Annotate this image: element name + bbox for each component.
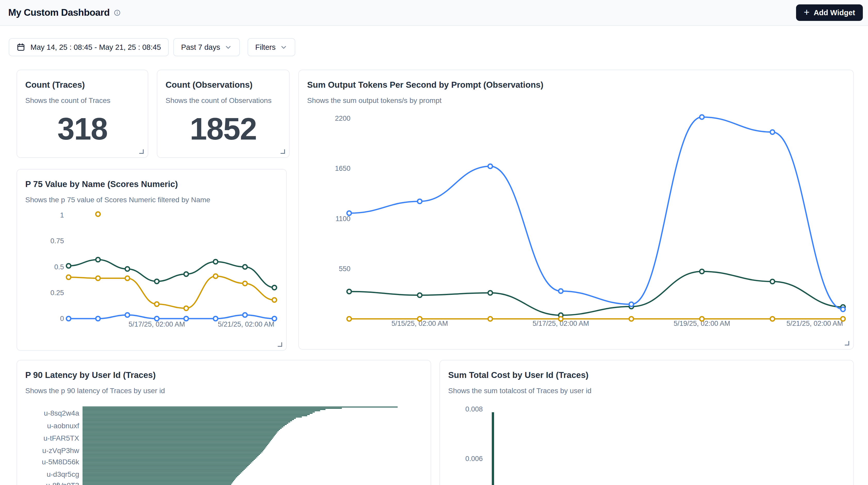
resize-handle[interactable]	[278, 342, 282, 347]
svg-text:u-d3qr5cg: u-d3qr5cg	[47, 470, 79, 478]
widget-title: Count (Observations)	[165, 80, 252, 90]
svg-text:u-aobnuxf: u-aobnuxf	[47, 422, 79, 430]
preset-value: Past 7 days	[181, 43, 220, 52]
date-range-button[interactable]: May 14, 25 : 08:45 - May 21, 25 : 08:45	[9, 38, 169, 56]
page-header: My Custom Dashboard + Add Widget	[0, 0, 868, 26]
svg-text:0.75: 0.75	[50, 237, 64, 245]
widget-p90-latency: P 90 Latency by User Id (Traces) Shows t…	[17, 360, 431, 485]
resize-handle[interactable]	[139, 149, 144, 154]
svg-text:u-8sq2w4a: u-8sq2w4a	[44, 409, 79, 417]
calendar-icon	[17, 43, 25, 52]
chevron-down-icon	[280, 43, 287, 51]
chevron-down-icon	[224, 43, 232, 51]
resize-handle[interactable]	[845, 341, 849, 345]
widget-cost-by-user: Sum Total Cost by User Id (Traces) Shows…	[439, 360, 854, 485]
tokens-line-chart: 05501100165022005/15/25, 02:00 AM5/17/25…	[299, 70, 853, 349]
svg-text:u-5M8D56k: u-5M8D56k	[42, 458, 80, 466]
plus-icon: +	[804, 7, 809, 17]
svg-text:0.5: 0.5	[54, 263, 64, 271]
svg-text:0: 0	[60, 315, 64, 323]
count-observations-value: 1852	[157, 106, 289, 151]
preset-dropdown[interactable]: Past 7 days	[173, 38, 240, 56]
svg-text:0.25: 0.25	[50, 289, 64, 297]
filter-bar: May 14, 25 : 08:45 - May 21, 25 : 08:45 …	[9, 38, 295, 56]
p90-bar-chart: u-8sq2w4au-aobnuxfu-tFAR5TXu-zVqP3hwu-5M…	[17, 360, 431, 485]
svg-text:0.006: 0.006	[465, 455, 483, 462]
cost-bar-chart: 0.0080.006	[440, 360, 853, 485]
svg-text:u-zVqP3hw: u-zVqP3hw	[42, 447, 80, 455]
count-traces-value: 318	[17, 106, 148, 151]
info-icon[interactable]	[114, 9, 121, 16]
svg-text:u-8fVa9T3: u-8fVa9T3	[46, 481, 79, 485]
widget-tokens-by-prompt: Sum Output Tokens Per Second by Prompt (…	[298, 70, 854, 350]
svg-text:5/21/25, 02:00 AM: 5/21/25, 02:00 AM	[218, 321, 274, 328]
svg-text:u-tFAR5TX: u-tFAR5TX	[43, 434, 80, 442]
add-widget-label: Add Widget	[814, 8, 855, 17]
p75-line-chart: 00.250.50.7515/17/25, 02:00 AM5/21/25, 0…	[17, 170, 286, 350]
svg-text:1650: 1650	[335, 164, 350, 172]
widget-title: Count (Traces)	[25, 80, 85, 90]
widget-subtitle: Shows the count of Observations	[165, 96, 272, 105]
date-range-value: May 14, 25 : 08:45 - May 21, 25 : 08:45	[30, 43, 161, 52]
svg-text:0.008: 0.008	[465, 405, 483, 413]
add-widget-button[interactable]: + Add Widget	[796, 4, 863, 21]
svg-text:550: 550	[339, 265, 350, 273]
svg-text:2200: 2200	[335, 115, 350, 122]
widget-subtitle: Shows the count of Traces	[25, 96, 111, 105]
svg-text:1100: 1100	[336, 215, 350, 223]
filters-label: Filters	[255, 43, 276, 52]
widget-count-observations: Count (Observations) Shows the count of …	[157, 70, 289, 158]
svg-text:5/21/25, 02:00 AM: 5/21/25, 02:00 AM	[786, 320, 843, 327]
svg-text:5/17/25, 02:00 AM: 5/17/25, 02:00 AM	[128, 321, 185, 328]
dashboard-page: My Custom Dashboard + Add Widget	[0, 0, 868, 485]
svg-text:1: 1	[60, 211, 64, 219]
resize-handle[interactable]	[281, 149, 285, 154]
filters-dropdown[interactable]: Filters	[248, 38, 295, 56]
widget-p75-by-name: P 75 Value by Name (Scores Numeric) Show…	[17, 169, 287, 351]
widget-count-traces: Count (Traces) Shows the count of Traces…	[17, 70, 148, 158]
page-title: My Custom Dashboard	[8, 7, 110, 18]
